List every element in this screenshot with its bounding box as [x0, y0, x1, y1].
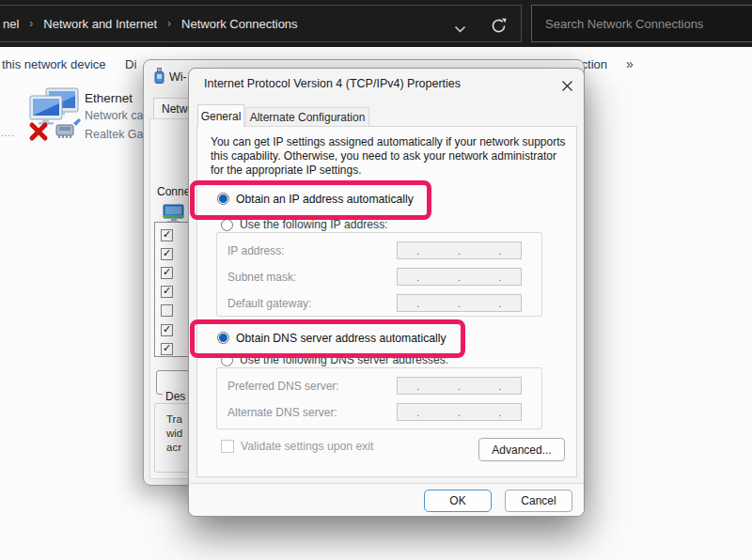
checkbox-checked-icon[interactable]: ✓ — [161, 248, 173, 260]
ip-address-label: IP address: — [227, 244, 284, 257]
description-label: Des — [163, 390, 188, 403]
general-tab-panel: You can get IP settings assigned automat… — [196, 126, 577, 477]
connection-name: Ethernet — [85, 89, 143, 107]
ethernet-item[interactable]: Ethernet Network ca Realtek Ga — [85, 89, 143, 144]
breadcrumb-item-control-panel[interactable]: nel — [3, 17, 19, 31]
checkbox-checked-icon[interactable]: ✓ — [161, 286, 173, 298]
preferred-dns-field[interactable] — [397, 377, 522, 395]
breadcrumb-item-network-connections[interactable]: Network Connections — [181, 17, 298, 31]
chevron-right-icon: › — [19, 17, 43, 30]
radio-obtain-dns[interactable] — [217, 332, 229, 344]
toolbar-overflow-icon[interactable]: » — [626, 47, 634, 81]
command-disable-device[interactable]: this network device — [2, 47, 106, 83]
radio-use-ip-label: Use the following IP address: — [240, 218, 392, 231]
search-placeholder: Search Network Connections — [532, 17, 703, 31]
chevron-down-icon[interactable] — [454, 21, 466, 38]
ethernet-adapter-icon[interactable] — [26, 87, 83, 146]
close-icon[interactable] — [557, 76, 576, 95]
network-connections-window: nel › Network and Internet › Network Con… — [0, 0, 752, 560]
dialog-title: Internet Protocol Version 4 (TCP/IPv4) P… — [204, 77, 461, 90]
refresh-icon[interactable] — [490, 17, 508, 39]
command-diagnose-connection[interactable]: Di — [125, 47, 136, 83]
connect-using-label: Conne — [157, 185, 190, 198]
radio-use-ip[interactable] — [221, 219, 233, 231]
checkbox-checked-icon[interactable]: ✓ — [161, 229, 173, 241]
validate-checkbox[interactable] — [221, 440, 234, 453]
subnet-mask-label: Subnet mask: — [227, 271, 296, 284]
radio-obtain-dns-label: Obtain DNS server address automatically — [236, 332, 446, 345]
breadcrumb-item-network-and-internet[interactable]: Network and Internet — [43, 17, 157, 31]
address-bar[interactable]: nel › Network and Internet › Network Con… — [0, 5, 522, 42]
radio-obtain-ip-label: Obtain an IP address automatically — [236, 193, 414, 206]
connection-status: Network ca — [85, 107, 143, 126]
tab-general[interactable]: General — [197, 104, 244, 127]
ipv4-properties-dialog: Internet Protocol Version 4 (TCP/IPv4) P… — [188, 68, 585, 517]
preferred-dns-label: Preferred DNS server: — [227, 380, 339, 393]
subnet-mask-field[interactable] — [397, 268, 522, 286]
radio-use-dns[interactable] — [221, 354, 233, 366]
default-gateway-label: Default gateway: — [227, 297, 311, 310]
checkbox-unchecked-icon[interactable] — [161, 304, 173, 317]
breadcrumb: nel › Network and Internet › Network Con… — [0, 17, 298, 31]
intro-text: You can get IP settings assigned automat… — [211, 135, 566, 179]
chevron-right-icon: › — [157, 17, 181, 30]
checkbox-checked-icon[interactable]: ✓ — [161, 267, 173, 279]
wifi-dialog-title: Wi- — [169, 70, 187, 84]
truncated-item-dots: .... — [1, 128, 15, 138]
wifi-adapter-icon — [153, 68, 165, 88]
radio-obtain-ip[interactable] — [217, 193, 229, 205]
default-gateway-field[interactable] — [397, 294, 522, 312]
search-input[interactable]: Search Network Connections — [531, 5, 752, 42]
alternate-dns-label: Alternate DNS server: — [227, 406, 337, 419]
tab-alternate-configuration[interactable]: Alternate Configuration — [245, 107, 369, 127]
description-text: Tra wid acr — [166, 412, 182, 455]
advanced-button[interactable]: Advanced... — [478, 438, 565, 461]
explorer-topbar: nel › Network and Internet › Network Con… — [0, 0, 752, 47]
validate-checkbox-label: Validate settings upon exit — [241, 440, 373, 453]
ip-address-field[interactable] — [397, 241, 522, 259]
cancel-button[interactable]: Cancel — [505, 490, 572, 512]
radio-use-dns-label: Use the following DNS server addresses: — [240, 353, 452, 366]
checkbox-checked-icon[interactable]: ✓ — [161, 324, 173, 336]
checkbox-checked-icon[interactable]: ✓ — [161, 343, 173, 355]
connection-device: Realtek Ga — [85, 126, 143, 145]
ok-button[interactable]: OK — [424, 490, 492, 512]
alternate-dns-field[interactable] — [397, 403, 522, 421]
